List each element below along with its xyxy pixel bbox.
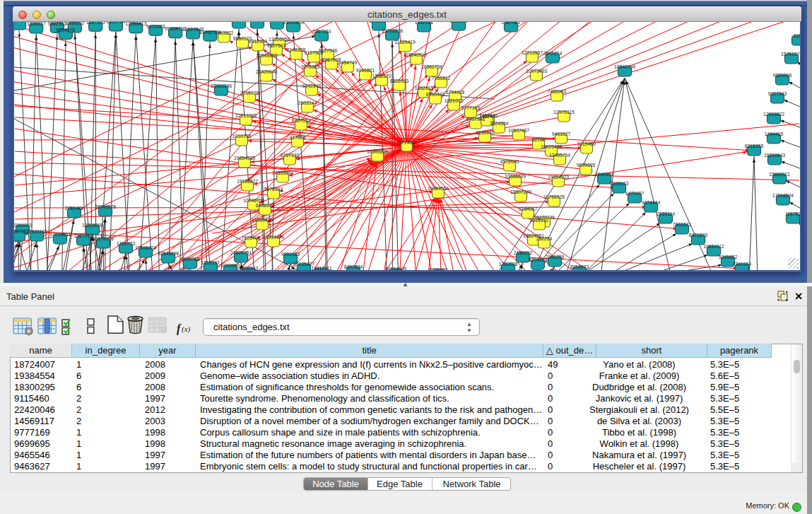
svg-text:10046758: 10046758: [243, 198, 264, 203]
svg-text:9991183: 9991183: [281, 252, 300, 257]
svg-text:8594078: 8594078: [57, 28, 76, 33]
svg-text:1838637: 1838637: [27, 22, 46, 26]
svg-text:1362615: 1362615: [415, 86, 434, 90]
svg-text:18724007: 18724007: [396, 140, 417, 145]
svg-text:2387262: 2387262: [74, 233, 93, 238]
svg-text:6794028: 6794028: [446, 90, 465, 95]
svg-text:7485063: 7485063: [548, 89, 567, 94]
svg-text:28053346: 28053346: [211, 83, 232, 88]
svg-text:1812191: 1812191: [201, 260, 220, 265]
svg-text:24624751: 24624751: [230, 250, 252, 255]
svg-text:8959310: 8959310: [66, 22, 85, 25]
svg-text:14099489: 14099489: [252, 218, 273, 223]
svg-text:8215958: 8215958: [745, 144, 764, 148]
svg-text:19384554: 19384554: [428, 186, 449, 191]
svg-text:2260256: 2260256: [546, 255, 565, 259]
svg-text:13495794: 13495794: [549, 153, 570, 158]
svg-text:16961758: 16961758: [421, 64, 442, 69]
svg-text:62160: 62160: [532, 137, 546, 142]
svg-text:1152: 1152: [794, 33, 800, 38]
svg-text:1647525: 1647525: [86, 22, 105, 25]
svg-text:9115460: 9115460: [577, 141, 596, 146]
svg-text:8990448: 8990448: [426, 92, 445, 97]
svg-text:16648784: 16648784: [614, 64, 635, 69]
svg-text:8813054: 8813054: [370, 22, 389, 23]
svg-text:9777169: 9777169: [461, 105, 481, 110]
svg-text:116753: 116753: [785, 211, 800, 216]
svg-text:9672423: 9672423: [146, 24, 165, 29]
svg-text:15751074: 15751074: [781, 52, 800, 57]
svg-text:19654985: 19654985: [234, 156, 255, 160]
svg-text:2036440: 2036440: [476, 130, 495, 135]
svg-text:8427552: 8427552: [292, 118, 311, 123]
svg-text:8267130: 8267130: [281, 153, 300, 158]
svg-text:3572274: 3572274: [543, 51, 563, 56]
svg-text:8322033: 8322033: [390, 78, 409, 83]
svg-text:2935114: 2935114: [657, 211, 675, 216]
svg-text:19166827: 19166827: [237, 179, 258, 184]
svg-text:2782489: 2782489: [65, 206, 84, 211]
svg-text:12213389: 12213389: [235, 113, 257, 118]
svg-text:18807249: 18807249: [510, 189, 531, 194]
svg-text:252254: 252254: [536, 236, 553, 241]
svg-text:2718176: 2718176: [240, 90, 259, 95]
svg-text:8938923: 8938923: [610, 181, 629, 186]
svg-text:1615132: 1615132: [530, 218, 549, 223]
svg-text:7632621: 7632621: [673, 222, 692, 227]
svg-text:28346578: 28346578: [95, 204, 116, 209]
svg-text:27631165: 27631165: [26, 229, 47, 234]
svg-text:1588520: 1588520: [372, 74, 392, 78]
svg-text:18640910: 18640910: [406, 52, 427, 57]
svg-text:16543392: 16543392: [256, 53, 277, 58]
svg-text:16210643: 16210643: [764, 153, 785, 158]
svg-text:8912954: 8912954: [249, 39, 268, 44]
svg-text:10973493: 10973493: [526, 69, 547, 74]
svg-text:7625402: 7625402: [242, 235, 261, 240]
svg-text:10607487: 10607487: [508, 128, 529, 133]
svg-text:9463627: 9463627: [552, 132, 571, 136]
svg-text:9699695: 9699695: [577, 163, 596, 168]
svg-text:9127546: 9127546: [319, 48, 338, 53]
svg-text:1244415: 1244415: [765, 132, 784, 136]
svg-text:9827503: 9827503: [267, 43, 286, 48]
svg-text:12606474: 12606474: [135, 245, 156, 250]
svg-text:9329906: 9329906: [773, 73, 792, 78]
svg-text:746246: 746246: [479, 114, 495, 119]
svg-text:7955812: 7955812: [432, 76, 451, 81]
svg-text:14914479: 14914479: [263, 235, 284, 240]
svg-text:8216073: 8216073: [570, 264, 589, 269]
svg-text:9184067: 9184067: [519, 206, 538, 211]
svg-text:8146328: 8146328: [287, 47, 306, 52]
svg-text:10756928: 10756928: [543, 194, 565, 199]
svg-text:93178108: 93178108: [93, 236, 114, 241]
svg-text:10688609: 10688609: [505, 174, 526, 179]
svg-text:3875685: 3875685: [301, 64, 320, 69]
svg-text:1812151: 1812151: [415, 22, 434, 25]
svg-text:7357224: 7357224: [312, 29, 331, 34]
svg-text:2010310: 2010310: [14, 223, 32, 228]
svg-text:9227343: 9227343: [768, 91, 787, 96]
svg-text:(x): (x): [182, 325, 191, 334]
svg-text:1326773: 1326773: [117, 241, 136, 246]
svg-text:8471676: 8471676: [689, 233, 708, 238]
svg-text:12093822: 12093822: [763, 112, 784, 117]
svg-text:9193960: 9193960: [449, 22, 469, 23]
svg-text:13056413: 13056413: [125, 22, 146, 26]
svg-text:18412411: 18412411: [311, 266, 332, 270]
svg-text:9245652: 9245652: [719, 255, 738, 259]
svg-text:1621072: 1621072: [445, 98, 464, 103]
svg-text:13226058: 13226058: [269, 37, 290, 42]
svg-text:19218506: 19218506: [382, 28, 403, 33]
svg-text:12975115: 12975115: [553, 110, 575, 115]
svg-text:8493534: 8493534: [344, 264, 363, 269]
svg-text:8454749: 8454749: [339, 60, 358, 65]
svg-text:9242848: 9242848: [302, 83, 322, 88]
svg-text:14353594: 14353594: [272, 170, 293, 175]
svg-text:97010651: 97010651: [49, 232, 71, 237]
svg-text:417006: 417006: [290, 135, 306, 140]
svg-text:22420046: 22420046: [256, 69, 277, 74]
svg-text:2603144: 2603144: [298, 100, 317, 105]
svg-text:7241964: 7241964: [733, 262, 752, 267]
svg-text:80164005: 80164005: [385, 267, 406, 270]
svg-text:10654112: 10654112: [703, 244, 724, 249]
